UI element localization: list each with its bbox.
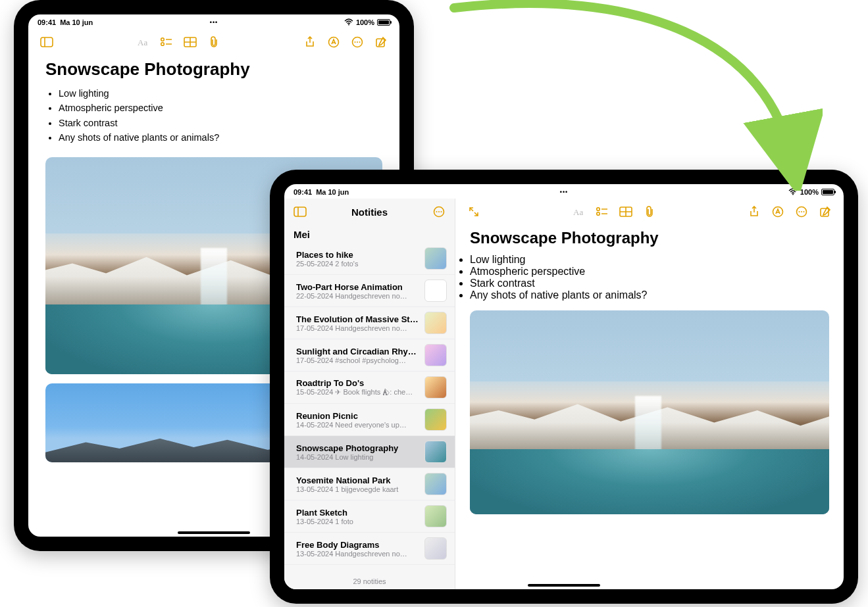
svg-point-6 [161, 43, 165, 46]
svg-point-34 [799, 211, 800, 212]
list-item-sub: 13-05-2024 1 foto [296, 518, 419, 525]
svg-point-36 [804, 211, 805, 212]
bullet-item: Atmospheric perspective [470, 266, 829, 278]
list-item-sub: 17-05-2024 Handgeschreven no… [296, 324, 419, 332]
svg-point-27 [597, 212, 600, 216]
note-bullets: Low lighting Atmospheric perspective Sta… [59, 86, 382, 145]
status-date: Ma 10 jun [316, 188, 349, 196]
list-item[interactable]: Plant Sketch13-05-2024 1 foto [284, 500, 455, 533]
home-indicator[interactable] [178, 531, 250, 534]
svg-point-14 [357, 41, 358, 43]
attach-button[interactable] [640, 203, 659, 221]
list-item[interactable]: Snowscape Photography14-05-2024 Low ligh… [284, 436, 455, 468]
svg-text:Aa: Aa [573, 207, 583, 217]
list-item-thumb [424, 441, 447, 463]
list-item-thumb [424, 344, 447, 366]
note-title: Snowscape Photography [470, 225, 829, 254]
bullet-item: Low lighting [59, 86, 382, 101]
format-button[interactable]: Aa [569, 203, 588, 221]
list-item[interactable]: Sunlight and Circadian Rhyth…17-05-2024 … [284, 339, 455, 372]
list-item[interactable]: Free Body Diagrams13-05-2024 Handgeschre… [284, 533, 455, 565]
list-item-thumb [424, 376, 447, 399]
note-photo-waterfall[interactable] [470, 310, 829, 514]
list-item-title: Free Body Diagrams [296, 540, 419, 550]
checklist-button[interactable] [593, 203, 611, 221]
svg-point-23 [441, 211, 442, 212]
section-label: Mei [284, 225, 455, 243]
more-button[interactable] [348, 33, 367, 51]
notes-sidebar: Notities Mei Places to hike25-05-2024 2 … [284, 199, 455, 589]
svg-point-17 [792, 193, 794, 195]
table-button[interactable] [617, 203, 635, 221]
list-item[interactable]: Yosemite National Park13-05-2024 1 bijge… [284, 468, 455, 500]
expand-button[interactable] [465, 203, 483, 221]
checklist-button[interactable] [157, 33, 176, 51]
list-item-sub: 15-05-2024 ✈︎ Book flights ⛺︎: che… [296, 388, 419, 397]
rotation-arrow [401, 0, 823, 191]
battery-icon [821, 189, 834, 195]
list-item-thumb [424, 247, 447, 270]
list-item[interactable]: Two-Part Horse Animation22-05-2024 Handg… [284, 275, 455, 307]
share-button[interactable] [301, 33, 319, 51]
list-item-title: Two-Part Horse Animation [296, 282, 419, 292]
list-item[interactable]: Roadtrip To Do's15-05-2024 ✈︎ Book fligh… [284, 372, 455, 404]
bullet-item: Atmospheric perspective [59, 101, 382, 115]
list-item-thumb [424, 473, 447, 495]
bullet-item: Any shots of native plants or animals? [470, 289, 829, 301]
list-item-sub: 25-05-2024 2 foto's [296, 260, 419, 268]
svg-point-21 [436, 211, 438, 212]
markup-button[interactable] [324, 33, 343, 51]
battery-icon [377, 19, 390, 26]
folders-button[interactable] [291, 203, 309, 221]
attach-button[interactable] [205, 33, 223, 51]
sidebar-header: Notities [284, 199, 455, 225]
notes-list[interactable]: Places to hike25-05-2024 2 foto'sTwo-Par… [284, 243, 455, 573]
markup-button[interactable] [769, 203, 787, 221]
list-item-sub: 13-05-2024 1 bijgevoegde kaart [296, 485, 419, 493]
bullet-item: Any shots of native plants or animals? [59, 130, 382, 145]
svg-point-15 [359, 41, 361, 43]
list-item-thumb [424, 279, 447, 302]
note-detail: Aa [455, 199, 844, 589]
bullet-item: Stark contrast [59, 116, 382, 130]
note-content[interactable]: Snowscape Photography Low lighting Atmos… [455, 225, 844, 589]
sidebar-toggle-button[interactable] [38, 33, 56, 51]
compose-button[interactable] [372, 33, 390, 51]
status-bar: 09:41 Ma 10 jun ••• 100% [284, 184, 844, 199]
list-item-thumb [424, 312, 447, 334]
format-button[interactable]: Aa [134, 33, 152, 51]
svg-point-0 [348, 24, 349, 25]
sidebar-more-button[interactable] [430, 203, 448, 221]
list-item-thumb [424, 537, 447, 560]
svg-point-25 [597, 208, 600, 211]
status-time: 09:41 [294, 188, 312, 196]
battery-pct: 100% [800, 188, 819, 196]
list-item-title: The Evolution of Massive Star… [296, 314, 419, 324]
compose-button[interactable] [816, 203, 834, 221]
detail-toolbar: Aa [455, 199, 844, 225]
home-indicator[interactable] [528, 584, 600, 587]
list-item[interactable]: Places to hike25-05-2024 2 foto's [284, 243, 455, 275]
list-item[interactable]: Reunion Picnic14-05-2024 Need everyone's… [284, 404, 455, 436]
multitask-dots[interactable]: ••• [474, 189, 654, 195]
list-item-title: Roadtrip To Do's [296, 378, 419, 388]
list-item-sub: 14-05-2024 Need everyone's up… [296, 421, 419, 429]
list-item-title: Places to hike [296, 250, 419, 260]
bullet-item: Stark contrast [470, 278, 829, 289]
battery-pct: 100% [356, 18, 374, 26]
table-button[interactable] [181, 33, 199, 51]
svg-point-4 [161, 38, 165, 41]
svg-point-22 [438, 211, 440, 212]
share-button[interactable] [745, 203, 763, 221]
note-bullets: Low lighting Atmospheric perspective Sta… [470, 254, 829, 301]
svg-point-35 [801, 211, 802, 212]
note-title: Snowscape Photography [45, 55, 382, 86]
bullet-item: Low lighting [470, 254, 829, 266]
list-item-thumb [424, 408, 447, 431]
list-item-title: Reunion Picnic [296, 411, 419, 421]
more-button[interactable] [792, 203, 811, 221]
svg-rect-1 [41, 37, 53, 47]
list-item-title: Plant Sketch [296, 508, 419, 518]
list-item[interactable]: The Evolution of Massive Star…17-05-2024… [284, 307, 455, 339]
multitask-dots[interactable]: ••• [155, 19, 273, 26]
